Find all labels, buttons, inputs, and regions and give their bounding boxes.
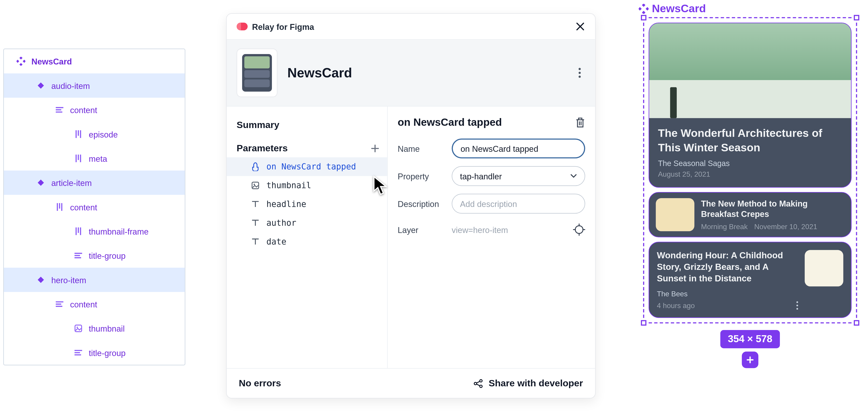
resize-handle-tl[interactable] bbox=[641, 15, 646, 20]
vframe-icon bbox=[73, 226, 84, 236]
summary-heading[interactable]: Summary bbox=[227, 115, 387, 135]
layer-root[interactable]: NewsCard bbox=[4, 49, 185, 73]
layer-article-item[interactable]: article-item bbox=[4, 171, 185, 195]
layer-label: meta bbox=[89, 154, 107, 163]
param-label: on NewsCard tapped bbox=[267, 162, 356, 172]
svg-point-38 bbox=[254, 184, 255, 185]
description-input[interactable]: Add description bbox=[452, 193, 585, 213]
layer-label: audio-item bbox=[51, 81, 90, 90]
plugin-app-name: Relay for Figma bbox=[252, 22, 314, 31]
resize-handle-bl[interactable] bbox=[641, 320, 646, 326]
share-label: Share with developer bbox=[489, 378, 583, 389]
layer-audio-item[interactable]: audio-item bbox=[4, 73, 185, 98]
svg-rect-0 bbox=[20, 57, 23, 59]
add-parameter-icon[interactable] bbox=[371, 144, 379, 153]
layer-title-group-1[interactable]: title-group bbox=[4, 243, 185, 268]
more-icon[interactable] bbox=[796, 301, 798, 310]
layer-label: content bbox=[70, 202, 97, 211]
layer-label: episode bbox=[89, 129, 118, 139]
property-value: tap-handler bbox=[460, 172, 502, 181]
layer-thumbnail-frame[interactable]: thumbnail-frame bbox=[4, 219, 185, 243]
layer-hero-item[interactable]: hero-item bbox=[4, 268, 185, 292]
layer-label: thumbnail bbox=[89, 324, 125, 333]
layer-episode[interactable]: episode bbox=[4, 122, 185, 146]
article-headline: The New Method to Making Breakfast Crepe… bbox=[701, 199, 844, 219]
component-title: NewsCard bbox=[287, 65, 564, 81]
svg-rect-54 bbox=[642, 11, 646, 13]
canvas-frame-tag[interactable]: NewsCard bbox=[639, 2, 862, 15]
plugin-header: NewsCard bbox=[227, 40, 595, 107]
share-icon bbox=[473, 379, 483, 388]
property-label: Property bbox=[398, 172, 444, 181]
resize-handle-br[interactable] bbox=[854, 320, 859, 326]
component-thumbnail bbox=[237, 49, 278, 97]
param-on-newscard-tapped[interactable]: on NewsCard tapped bbox=[227, 157, 387, 176]
name-label: Name bbox=[398, 144, 444, 153]
four-diamonds-icon bbox=[16, 56, 26, 66]
share-with-developer[interactable]: Share with developer bbox=[473, 378, 583, 389]
layer-root-label: NewsCard bbox=[31, 57, 72, 66]
add-variant-button[interactable] bbox=[742, 352, 758, 368]
text-icon bbox=[251, 237, 260, 246]
layer-label: title-group bbox=[89, 348, 126, 357]
relay-logo-icon bbox=[237, 23, 248, 30]
svg-point-47 bbox=[480, 379, 482, 382]
audio-thumbnail bbox=[805, 250, 843, 286]
svg-rect-24 bbox=[38, 277, 44, 283]
vframe-icon bbox=[73, 129, 84, 139]
audio-card[interactable]: Wondering Hour: A Childhood Story, Grizz… bbox=[649, 242, 851, 318]
article-source: Morning Break bbox=[701, 222, 747, 231]
resize-handle-tr[interactable] bbox=[854, 15, 859, 20]
article-card[interactable]: The New Method to Making Breakfast Crepe… bbox=[649, 192, 851, 237]
canvas-selection-frame[interactable]: The Wonderful Architectures of This Wint… bbox=[643, 17, 857, 324]
layer-label: thumbnail-frame bbox=[89, 227, 149, 236]
layer-content-3[interactable]: content bbox=[4, 292, 185, 316]
hero-card[interactable]: The Wonderful Architectures of This Wint… bbox=[649, 23, 851, 188]
svg-rect-51 bbox=[642, 4, 646, 6]
layer-content-2[interactable]: content bbox=[4, 195, 185, 219]
plugin-footer: No errors Share with developer bbox=[227, 368, 595, 398]
layer-content-1[interactable]: content bbox=[4, 98, 185, 122]
param-date[interactable]: date bbox=[227, 232, 387, 251]
hero-author: The Seasonal Sagas bbox=[658, 159, 842, 168]
tap-icon bbox=[251, 162, 260, 171]
svg-rect-1 bbox=[17, 60, 19, 63]
text-icon bbox=[251, 218, 260, 227]
svg-rect-14 bbox=[38, 180, 44, 186]
layers-panel: NewsCard audio-item content episode meta… bbox=[3, 49, 185, 365]
layer-label: content bbox=[70, 105, 97, 115]
target-icon[interactable] bbox=[573, 223, 585, 236]
param-author[interactable]: author bbox=[227, 213, 387, 232]
close-icon[interactable] bbox=[575, 22, 585, 31]
description-label: Description bbox=[398, 199, 444, 208]
plugin-left-panel: Summary Parameters on NewsCard tapped th… bbox=[227, 107, 388, 368]
layer-thumbnail[interactable]: thumbnail bbox=[4, 316, 185, 340]
svg-line-49 bbox=[476, 381, 480, 383]
param-headline[interactable]: headline bbox=[227, 195, 387, 213]
svg-rect-4 bbox=[38, 82, 44, 89]
param-label: date bbox=[267, 237, 286, 247]
layer-title-group-2[interactable]: title-group bbox=[4, 340, 185, 365]
hero-thumbnail bbox=[649, 23, 851, 118]
plugin-right-panel: on NewsCard tapped Name on NewsCard tapp… bbox=[388, 107, 595, 368]
layer-value: view=hero-item bbox=[452, 225, 565, 234]
status-text: No errors bbox=[239, 378, 281, 389]
four-diamonds-icon bbox=[639, 4, 649, 13]
lines-icon bbox=[73, 250, 84, 261]
name-input[interactable]: on NewsCard tapped bbox=[452, 139, 585, 158]
param-label: author bbox=[267, 218, 296, 228]
param-label: headline bbox=[267, 199, 306, 209]
canvas-preview: NewsCard The Wonderful Architectures of … bbox=[639, 2, 862, 368]
svg-rect-52 bbox=[639, 7, 642, 10]
param-thumbnail[interactable]: thumbnail bbox=[227, 176, 387, 195]
delete-icon[interactable] bbox=[575, 117, 585, 128]
parameters-heading: Parameters bbox=[237, 143, 288, 154]
layer-label: hero-item bbox=[51, 275, 86, 284]
layer-meta[interactable]: meta bbox=[4, 146, 185, 171]
property-select[interactable]: tap-handler bbox=[452, 166, 585, 186]
vframe-icon bbox=[73, 153, 84, 163]
lines-icon bbox=[73, 348, 84, 358]
audio-time: 4 hours ago bbox=[657, 301, 695, 310]
article-date: November 10, 2021 bbox=[754, 222, 817, 231]
more-menu-icon[interactable] bbox=[574, 68, 585, 78]
